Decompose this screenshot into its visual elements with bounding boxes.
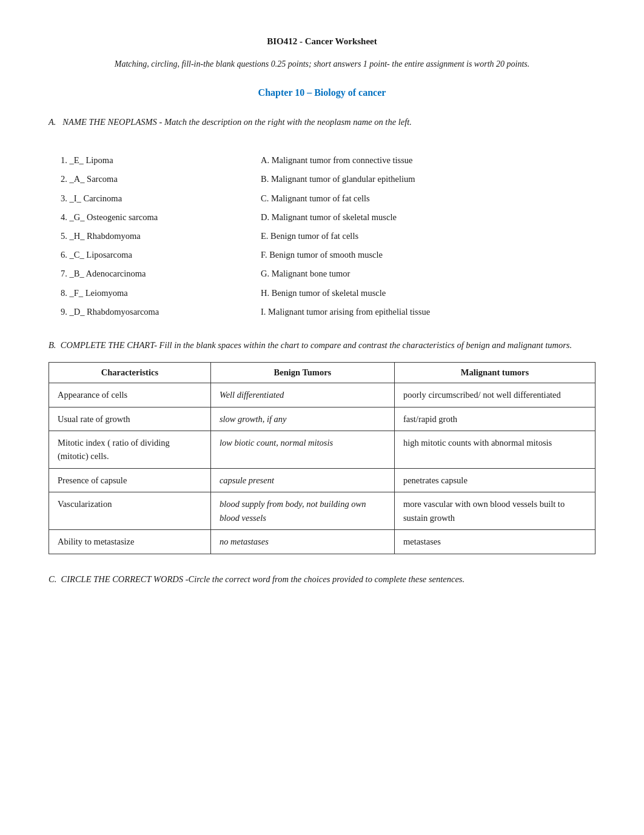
list-item: F. Benign tumor of smooth muscle bbox=[261, 248, 595, 262]
malignant-cell: poorly circumscribed/ not well different… bbox=[394, 383, 595, 407]
list-item: 8. _F_ Leiomyoma bbox=[61, 286, 243, 300]
list-item: 4. _G_ Osteogenic sarcoma bbox=[61, 210, 243, 224]
list-item: 9. _D_ Rhabdomyosarcoma bbox=[61, 305, 243, 319]
title-text: BIO412 - Cancer Worksheet bbox=[267, 36, 377, 46]
section-a-letter: A. bbox=[49, 117, 61, 127]
section-c-header: C. CIRCLE THE CORRECT WORDS -Circle the … bbox=[49, 572, 595, 586]
description-list: A. Malignant tumor from connective tissu… bbox=[261, 153, 595, 319]
table-row: Vascularizationblood supply from body, n… bbox=[49, 492, 595, 530]
section-b-header: B. COMPLETE THE CHART- Fill in the blank… bbox=[49, 338, 595, 352]
table-row: Appearance of cellsWell differentiatedpo… bbox=[49, 383, 595, 407]
subtitle: Matching, circling, fill-in-the blank qu… bbox=[49, 58, 595, 70]
col-header-benign: Benign Tumors bbox=[210, 363, 394, 383]
benign-cell: Well differentiated bbox=[210, 383, 394, 407]
section-a: A. NAME THE NEOPLASMS - Match the descri… bbox=[49, 115, 595, 324]
table-header-row: Characteristics Benign Tumors Malignant … bbox=[49, 363, 595, 383]
characteristic-cell: Usual rate of growth bbox=[49, 407, 211, 431]
matching-list: 1. _E_ Lipoma2. _A_ Sarcoma3. _I_ Carcin… bbox=[61, 153, 243, 319]
list-item: A. Malignant tumor from connective tissu… bbox=[261, 153, 595, 167]
subtitle-text: Matching, circling, fill-in-the blank qu… bbox=[115, 59, 530, 69]
characteristic-cell: Presence of capsule bbox=[49, 468, 211, 492]
malignant-cell: fast/rapid groth bbox=[394, 407, 595, 431]
benign-cell: blood supply from body, not building own… bbox=[210, 492, 394, 530]
section-b: B. COMPLETE THE CHART- Fill in the blank… bbox=[49, 338, 595, 554]
page-title: BIO412 - Cancer Worksheet bbox=[49, 36, 595, 47]
table-row: Usual rate of growthslow growth, if anyf… bbox=[49, 407, 595, 431]
section-c: C. CIRCLE THE CORRECT WORDS -Circle the … bbox=[49, 572, 595, 586]
chapter-title: Chapter 10 – Biology of cancer bbox=[49, 87, 595, 98]
benign-cell: slow growth, if any bbox=[210, 407, 394, 431]
characteristic-cell: Ability to metastasize bbox=[49, 530, 211, 554]
list-item: 3. _I_ Carcinoma bbox=[61, 192, 243, 206]
list-item: I. Malignant tumor arising from epitheli… bbox=[261, 305, 595, 319]
characteristics-table: Characteristics Benign Tumors Malignant … bbox=[49, 362, 595, 554]
col-header-malignant: Malignant tumors bbox=[394, 363, 595, 383]
list-item: 6. _C_ Liposarcoma bbox=[61, 248, 243, 262]
table-row: Presence of capsulecapsule presentpenetr… bbox=[49, 468, 595, 492]
malignant-cell: metastases bbox=[394, 530, 595, 554]
list-item: G. Malignant bone tumor bbox=[261, 267, 595, 281]
list-item: 2. _A_ Sarcoma bbox=[61, 172, 243, 186]
col-header-characteristics: Characteristics bbox=[49, 363, 211, 383]
section-c-letter: C. bbox=[49, 574, 61, 584]
table-body: Appearance of cellsWell differentiatedpo… bbox=[49, 383, 595, 554]
benign-cell: capsule present bbox=[210, 468, 394, 492]
matching-container: 1. _E_ Lipoma2. _A_ Sarcoma3. _I_ Carcin… bbox=[49, 153, 595, 324]
list-item: 7. _B_ Adenocarcinoma bbox=[61, 267, 243, 281]
list-item: 5. _H_ Rhabdomyoma bbox=[61, 229, 243, 243]
section-a-header-text: NAME THE NEOPLASMS - Match the descripti… bbox=[62, 117, 412, 127]
matching-left-column: 1. _E_ Lipoma2. _A_ Sarcoma3. _I_ Carcin… bbox=[61, 153, 243, 324]
malignant-cell: more vascular with own blood vessels bui… bbox=[394, 492, 595, 530]
list-item: D. Malignant tumor of skeletal muscle bbox=[261, 210, 595, 224]
list-item: 1. _E_ Lipoma bbox=[61, 153, 243, 167]
matching-right-column: A. Malignant tumor from connective tissu… bbox=[261, 153, 595, 324]
list-item: B. Malignant tumor of glandular epitheli… bbox=[261, 172, 595, 186]
section-c-header-text: CIRCLE THE CORRECT WORDS -Circle the cor… bbox=[61, 574, 465, 584]
table-row: Mitotic index ( ratio of dividing (mitot… bbox=[49, 431, 595, 469]
benign-cell: no metastases bbox=[210, 530, 394, 554]
characteristic-cell: Vascularization bbox=[49, 492, 211, 530]
malignant-cell: penetrates capsule bbox=[394, 468, 595, 492]
list-item: H. Benign tumor of skeletal muscle bbox=[261, 286, 595, 300]
list-item: C. Malignant tumor of fat cells bbox=[261, 192, 595, 206]
list-item: E. Benign tumor of fat cells bbox=[261, 229, 595, 243]
table-row: Ability to metastasizeno metastasesmetas… bbox=[49, 530, 595, 554]
section-b-letter: B. bbox=[49, 340, 61, 350]
characteristic-cell: Mitotic index ( ratio of dividing (mitot… bbox=[49, 431, 211, 469]
benign-cell: low biotic count, normal mitosis bbox=[210, 431, 394, 469]
malignant-cell: high mitotic counts with abnormal mitosi… bbox=[394, 431, 595, 469]
chapter-title-text: Chapter 10 – Biology of cancer bbox=[258, 87, 386, 98]
section-b-header-text: COMPLETE THE CHART- Fill in the blank sp… bbox=[61, 340, 572, 350]
section-a-header: A. NAME THE NEOPLASMS - Match the descri… bbox=[49, 115, 595, 129]
characteristic-cell: Appearance of cells bbox=[49, 383, 211, 407]
table-header: Characteristics Benign Tumors Malignant … bbox=[49, 363, 595, 383]
